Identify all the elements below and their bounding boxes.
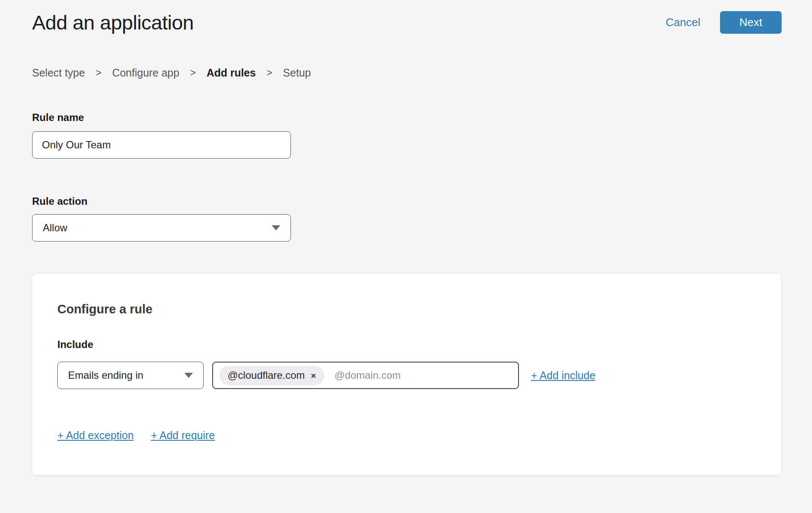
include-row: Emails ending in @cloudflare.com × + Add… bbox=[57, 362, 756, 389]
chip-remove-icon[interactable]: × bbox=[311, 371, 316, 380]
header-actions: Cancel Next bbox=[666, 11, 782, 34]
add-require-link[interactable]: + Add require bbox=[151, 429, 215, 442]
rule-action-field: Rule action Allow bbox=[32, 195, 782, 242]
rule-action-label: Rule action bbox=[32, 195, 782, 207]
add-application-page: Add an application Cancel Next Select ty… bbox=[0, 0, 812, 475]
breadcrumb: Select type > Configure app > Add rules … bbox=[32, 66, 782, 79]
breadcrumb-step-configure-app[interactable]: Configure app bbox=[112, 66, 179, 79]
page-header: Add an application Cancel Next bbox=[32, 0, 782, 27]
include-label: Include bbox=[57, 339, 756, 351]
email-domain-input[interactable] bbox=[335, 369, 512, 381]
cancel-button[interactable]: Cancel bbox=[666, 16, 700, 29]
rule-links-row: + Add exception + Add require bbox=[57, 429, 756, 442]
next-button[interactable]: Next bbox=[720, 11, 782, 34]
include-email-tag-input[interactable]: @cloudflare.com × bbox=[212, 362, 519, 389]
card-title: Configure a rule bbox=[57, 302, 756, 316]
chevron-down-icon bbox=[184, 373, 193, 378]
add-include-link[interactable]: + Add include bbox=[531, 369, 596, 382]
breadcrumb-separator: > bbox=[190, 66, 196, 79]
rule-name-input[interactable] bbox=[32, 131, 291, 159]
page-title: Add an application bbox=[32, 11, 666, 34]
email-domain-chip: @cloudflare.com × bbox=[219, 366, 324, 385]
add-exception-link[interactable]: + Add exception bbox=[57, 429, 134, 442]
breadcrumb-step-add-rules[interactable]: Add rules bbox=[207, 66, 256, 79]
email-domain-chip-label: @cloudflare.com bbox=[228, 369, 305, 381]
rule-action-selected-value: Allow bbox=[43, 222, 67, 234]
rule-action-select[interactable]: Allow bbox=[32, 214, 291, 242]
configure-rule-card: Configure a rule Include Emails ending i… bbox=[32, 273, 782, 475]
rule-name-label: Rule name bbox=[32, 112, 782, 124]
include-selector-select[interactable]: Emails ending in bbox=[57, 362, 204, 389]
breadcrumb-separator: > bbox=[267, 66, 272, 79]
chevron-down-icon bbox=[272, 225, 280, 230]
breadcrumb-step-setup[interactable]: Setup bbox=[283, 66, 311, 79]
rule-name-field: Rule name bbox=[32, 112, 782, 159]
breadcrumb-step-select-type[interactable]: Select type bbox=[32, 66, 85, 79]
include-selector-value: Emails ending in bbox=[68, 369, 143, 381]
breadcrumb-separator: > bbox=[96, 66, 101, 79]
